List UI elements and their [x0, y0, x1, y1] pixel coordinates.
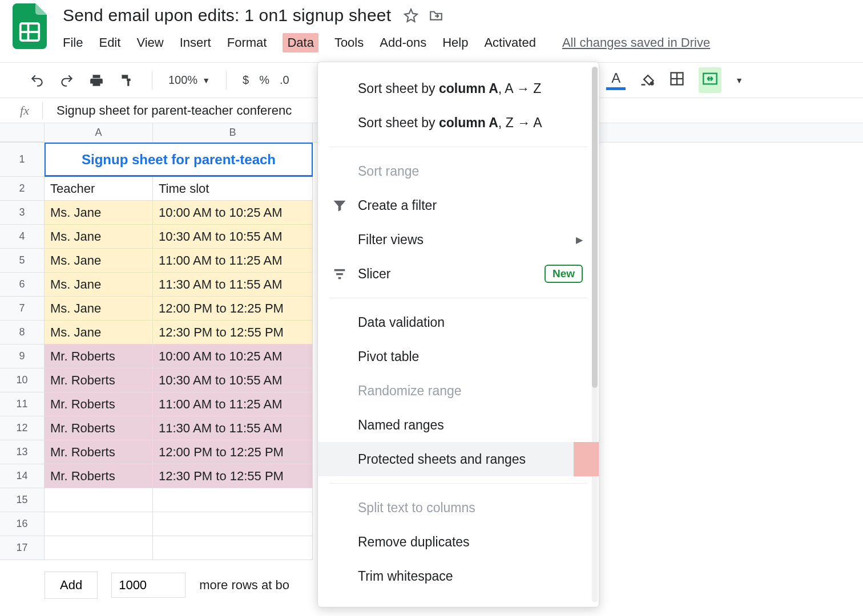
- row-header[interactable]: 3: [0, 201, 45, 225]
- merged-title-cell[interactable]: Signup sheet for parent-teach: [45, 143, 313, 177]
- cell-timeslot[interactable]: 10:30 AM to 10:55 AM: [153, 368, 313, 392]
- save-status[interactable]: All changes saved in Drive: [562, 35, 710, 50]
- add-rows-input[interactable]: [111, 573, 185, 598]
- menu-named-ranges[interactable]: Named ranges: [318, 408, 599, 442]
- fill-color-button[interactable]: [639, 71, 655, 90]
- format-percent-button[interactable]: %: [259, 74, 269, 87]
- menu-pivot-table[interactable]: Pivot table: [318, 339, 599, 374]
- redo-icon[interactable]: [57, 71, 76, 90]
- cell-teacher[interactable]: Ms. Jane: [45, 321, 153, 345]
- cell-teacher[interactable]: Mr. Roberts: [45, 464, 153, 488]
- row-header[interactable]: 8: [0, 321, 45, 345]
- column-header-A[interactable]: A: [45, 123, 153, 142]
- cell-teacher[interactable]: Mr. Roberts: [45, 345, 153, 368]
- menu-trim-whitespace[interactable]: Trim whitespace: [318, 559, 599, 593]
- cell-teacher[interactable]: Mr. Roberts: [45, 440, 153, 464]
- row-header[interactable]: 13: [0, 440, 45, 464]
- row-header[interactable]: 14: [0, 464, 45, 488]
- row-header[interactable]: 12: [0, 416, 45, 440]
- text-color-button[interactable]: A: [606, 70, 626, 90]
- zoom-select[interactable]: 100% ▼: [168, 74, 210, 87]
- move-to-folder-icon[interactable]: [429, 8, 443, 23]
- menu-addons[interactable]: Add-ons: [380, 35, 426, 50]
- cell-timeslot[interactable]: 12:30 PM to 12:55 PM: [153, 464, 313, 488]
- menu-sort-range: Sort range: [318, 154, 599, 188]
- empty-cell[interactable]: [45, 488, 153, 512]
- caret-down-icon[interactable]: ▼: [735, 76, 743, 85]
- cell-timeslot[interactable]: 11:00 AM to 11:25 AM: [153, 249, 313, 273]
- row-header[interactable]: 4: [0, 225, 45, 249]
- paint-format-icon[interactable]: [116, 71, 136, 90]
- row-header[interactable]: 10: [0, 368, 45, 392]
- menu-data[interactable]: Data: [283, 33, 318, 52]
- undo-icon[interactable]: [27, 71, 47, 90]
- add-rows-button[interactable]: Add: [45, 572, 98, 599]
- cell-timeslot[interactable]: 12:00 PM to 12:25 PM: [153, 440, 313, 464]
- row-header[interactable]: 16: [0, 512, 45, 536]
- empty-cell[interactable]: [153, 536, 313, 560]
- row-header[interactable]: 15: [0, 488, 45, 512]
- cell-teacher[interactable]: Ms. Jane: [45, 249, 153, 273]
- divider: [42, 102, 43, 119]
- select-all-corner[interactable]: [0, 123, 45, 142]
- menu-protected-sheets[interactable]: Protected sheets and ranges: [318, 442, 599, 476]
- star-icon[interactable]: [404, 8, 418, 23]
- cell-timeslot[interactable]: 11:30 AM to 11:55 AM: [153, 273, 313, 297]
- menu-help[interactable]: Help: [442, 35, 468, 50]
- formula-input[interactable]: Signup sheet for parent-teacher conferen…: [57, 103, 292, 118]
- svg-rect-8: [334, 269, 345, 271]
- menu-data-validation[interactable]: Data validation: [318, 305, 599, 339]
- row-header[interactable]: 1: [0, 143, 45, 177]
- empty-cell[interactable]: [45, 512, 153, 536]
- cell-timeslot[interactable]: 10:00 AM to 10:25 AM: [153, 345, 313, 368]
- title-bar: Send email upon edits: 1 on1 signup shee…: [0, 0, 863, 63]
- menu-activated[interactable]: Activated: [484, 35, 536, 50]
- menu-edit[interactable]: Edit: [99, 35, 120, 50]
- row-header[interactable]: 2: [0, 177, 45, 201]
- empty-cell[interactable]: [153, 512, 313, 536]
- menu-remove-duplicates[interactable]: Remove duplicates: [318, 525, 599, 559]
- empty-cell[interactable]: [45, 536, 153, 560]
- menu-sort-za[interactable]: Sort sheet by column A, Z → A: [318, 106, 599, 140]
- cell-teacher[interactable]: Ms. Jane: [45, 273, 153, 297]
- row-header[interactable]: 6: [0, 273, 45, 297]
- menu-filter-views[interactable]: Filter views ▶: [318, 222, 599, 257]
- empty-cell[interactable]: [153, 488, 313, 512]
- borders-button[interactable]: [669, 71, 685, 90]
- menu-insert[interactable]: Insert: [180, 35, 211, 50]
- menu-view[interactable]: View: [136, 35, 163, 50]
- menu-sort-az[interactable]: Sort sheet by column A, A → Z: [318, 71, 599, 106]
- cell-timeslot[interactable]: 10:30 AM to 10:55 AM: [153, 225, 313, 249]
- menu-format[interactable]: Format: [227, 35, 267, 50]
- row-header[interactable]: 5: [0, 249, 45, 273]
- menu-create-filter[interactable]: Create a filter: [318, 188, 599, 222]
- header-cell-timeslot[interactable]: Time slot: [153, 177, 313, 201]
- row-header[interactable]: 9: [0, 345, 45, 368]
- cell-teacher[interactable]: Mr. Roberts: [45, 368, 153, 392]
- cell-teacher[interactable]: Mr. Roberts: [45, 392, 153, 416]
- cell-timeslot[interactable]: 11:00 AM to 11:25 AM: [153, 392, 313, 416]
- sheets-logo-icon[interactable]: [13, 3, 47, 49]
- row-header[interactable]: 7: [0, 297, 45, 321]
- format-currency-button[interactable]: $: [243, 74, 249, 87]
- merge-cells-button[interactable]: [699, 67, 721, 93]
- menu-file[interactable]: File: [63, 35, 83, 50]
- menu-slicer[interactable]: Slicer New: [318, 257, 599, 291]
- header-cell-teacher[interactable]: Teacher: [45, 177, 153, 201]
- svg-rect-10: [338, 277, 341, 279]
- cell-timeslot[interactable]: 10:00 AM to 10:25 AM: [153, 201, 313, 225]
- column-header-B[interactable]: B: [153, 123, 313, 142]
- print-icon[interactable]: [87, 71, 106, 90]
- cell-timeslot[interactable]: 11:30 AM to 11:55 AM: [153, 416, 313, 440]
- cell-teacher[interactable]: Ms. Jane: [45, 201, 153, 225]
- doc-title[interactable]: Send email upon edits: 1 on1 signup shee…: [63, 6, 391, 25]
- row-header[interactable]: 11: [0, 392, 45, 416]
- cell-teacher[interactable]: Ms. Jane: [45, 297, 153, 321]
- decrease-decimal-button[interactable]: .0: [280, 74, 289, 87]
- cell-teacher[interactable]: Ms. Jane: [45, 225, 153, 249]
- menu-tools[interactable]: Tools: [334, 35, 364, 50]
- cell-timeslot[interactable]: 12:30 PM to 12:55 PM: [153, 321, 313, 345]
- cell-timeslot[interactable]: 12:00 PM to 12:25 PM: [153, 297, 313, 321]
- cell-teacher[interactable]: Mr. Roberts: [45, 416, 153, 440]
- row-header[interactable]: 17: [0, 536, 45, 560]
